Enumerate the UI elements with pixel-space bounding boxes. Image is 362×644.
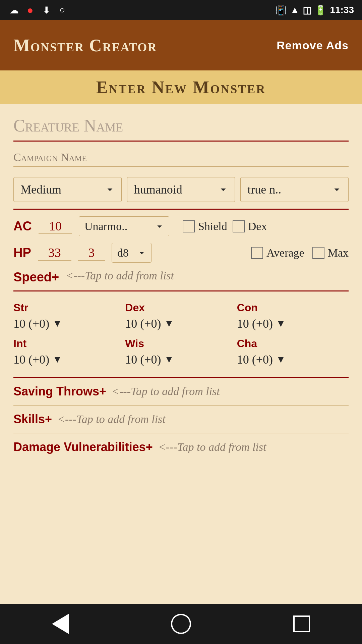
int-chevron-icon[interactable]: ▼: [53, 354, 62, 365]
cha-col: Cha 10 (+0) ▼: [237, 334, 349, 370]
con-chevron-icon[interactable]: ▼: [276, 318, 286, 329]
record-icon: ●: [24, 4, 36, 16]
recents-button[interactable]: [288, 610, 315, 637]
int-label: Int: [13, 337, 125, 350]
cha-chevron-icon[interactable]: ▼: [276, 354, 286, 365]
home-icon: [171, 614, 191, 634]
hp-dice-type-dropdown[interactable]: d8 d4 d6 d10 d12: [112, 243, 152, 263]
recents-icon: [293, 615, 310, 632]
max-checkbox[interactable]: [312, 247, 324, 259]
ac-row: AC Unarmo.. Natural Armor Chain Mail Shi…: [13, 216, 349, 236]
creature-name-container: [13, 111, 349, 142]
download-icon: ⬇: [40, 4, 52, 16]
skills-label: Skills+: [13, 412, 52, 426]
str-value: 10 (+0): [13, 317, 49, 331]
str-value-row: 10 (+0) ▼: [13, 317, 125, 331]
average-label: Average: [266, 247, 304, 259]
str-label: Str: [13, 302, 125, 314]
hp-label: HP: [13, 246, 31, 260]
shield-checkbox[interactable]: [183, 220, 195, 232]
int-value: 10 (+0): [13, 353, 49, 367]
type-dropdowns-row: Medium Small Large Huge Tiny humanoid be…: [13, 177, 349, 210]
creature-name-input[interactable]: [13, 114, 349, 137]
max-label: Max: [328, 247, 349, 259]
remove-ads-button[interactable]: Remove Ads: [277, 39, 349, 52]
back-icon: [52, 614, 69, 634]
con-col: Con 10 (+0) ▼: [237, 298, 349, 334]
status-bar: ☁ ● ⬇ ○ 📳 ▲ ◫ 🔋 11:33: [0, 0, 362, 20]
ac-value-input[interactable]: [39, 219, 72, 234]
campaign-name-input[interactable]: [13, 151, 349, 164]
speed-label: Speed+: [13, 270, 59, 284]
wis-value-row: 10 (+0) ▼: [125, 353, 237, 367]
str-chevron-icon[interactable]: ▼: [53, 318, 62, 329]
battery-icon: 🔋: [315, 5, 326, 16]
dex-col: Dex 10 (+0) ▼: [125, 298, 237, 334]
wis-chevron-icon[interactable]: ▼: [165, 354, 174, 365]
type-dropdown[interactable]: humanoid beast undead dragon: [127, 177, 235, 202]
clock: 11:33: [330, 5, 354, 15]
dex-checkbox[interactable]: [233, 220, 245, 232]
int-col: Int 10 (+0) ▼: [13, 334, 125, 370]
ability-scores-grid: Str 10 (+0) ▼ Dex 10 (+0) ▼ Con 10 (+0) …: [13, 298, 349, 370]
speed-row: Speed+ <---Tap to add from list: [13, 269, 349, 291]
dex-label: Dex: [125, 302, 237, 314]
main-content: Medium Small Large Huge Tiny humanoid be…: [0, 104, 362, 604]
size-dropdown[interactable]: Medium Small Large Huge Tiny: [13, 177, 122, 202]
con-label: Con: [237, 302, 349, 314]
saving-throws-row: Saving Throws+ <---Tap to add from list: [13, 384, 349, 406]
cloud-icon: ☁: [8, 4, 20, 16]
hp-dice-count-input[interactable]: [78, 245, 105, 261]
status-icons-right: 📳 ▲ ◫ 🔋 11:33: [275, 5, 354, 16]
con-value-row: 10 (+0) ▼: [237, 317, 349, 331]
home-button[interactable]: [168, 610, 194, 637]
dex-label: Dex: [248, 220, 267, 233]
speed-tap-to-add[interactable]: <---Tap to add from list: [66, 269, 349, 285]
average-checkbox-item: Average: [251, 247, 304, 259]
status-icons-left: ☁ ● ⬇ ○: [8, 4, 68, 16]
shield-label: Shield: [198, 220, 227, 233]
ac-checkboxes: Shield Dex: [183, 220, 267, 233]
cha-value: 10 (+0): [237, 353, 273, 367]
campaign-name-container: [13, 148, 349, 167]
back-button[interactable]: [47, 610, 74, 637]
signal-icon: ◫: [303, 5, 311, 16]
hp-row: HP d8 d4 d6 d10 d12 Average Max: [13, 243, 349, 263]
con-value: 10 (+0): [237, 317, 273, 331]
hp-checkboxes: Average Max: [251, 247, 349, 259]
damage-vulnerabilities-tap[interactable]: <---Tap to add from list: [158, 441, 349, 453]
app-title: Monster Creator: [13, 36, 157, 55]
saving-throws-tap[interactable]: <---Tap to add from list: [112, 385, 349, 398]
armor-type-dropdown[interactable]: Unarmo.. Natural Armor Chain Mail: [79, 216, 169, 236]
dex-checkbox-item: Dex: [233, 220, 267, 233]
ability-divider: [13, 377, 349, 378]
dex-value: 10 (+0): [125, 317, 161, 331]
skills-tap[interactable]: <---Tap to add from list: [57, 413, 349, 426]
ac-label: AC: [13, 219, 32, 233]
app-bar: Monster Creator Remove Ads: [0, 20, 362, 70]
wis-label: Wis: [125, 337, 237, 350]
max-checkbox-item: Max: [312, 247, 349, 259]
saving-throws-label: Saving Throws+: [13, 384, 106, 398]
int-value-row: 10 (+0) ▼: [13, 353, 125, 367]
section-title: Enter New Monster: [96, 77, 266, 97]
cha-value-row: 10 (+0) ▼: [237, 353, 349, 367]
wis-col: Wis 10 (+0) ▼: [125, 334, 237, 370]
dex-chevron-icon[interactable]: ▼: [165, 318, 174, 329]
str-col: Str 10 (+0) ▼: [13, 298, 125, 334]
wis-value: 10 (+0): [125, 353, 161, 367]
cha-label: Cha: [237, 337, 349, 350]
wifi-icon: ▲: [290, 5, 300, 15]
damage-vulnerabilities-row: Damage Vulnerabilities+ <---Tap to add f…: [13, 440, 349, 461]
damage-vulnerabilities-label: Damage Vulnerabilities+: [13, 440, 153, 454]
hp-value-input[interactable]: [38, 245, 71, 261]
section-header: Enter New Monster: [0, 70, 362, 104]
vibrate-icon: 📳: [275, 5, 287, 16]
alignment-dropdown[interactable]: true n.. lawful good chaotic evil: [240, 177, 349, 202]
bottom-nav: [0, 604, 362, 644]
average-checkbox[interactable]: [251, 247, 263, 259]
shield-checkbox-item: Shield: [183, 220, 227, 233]
skills-row: Skills+ <---Tap to add from list: [13, 412, 349, 433]
dex-value-row: 10 (+0) ▼: [125, 317, 237, 331]
circle-icon: ○: [56, 4, 68, 16]
